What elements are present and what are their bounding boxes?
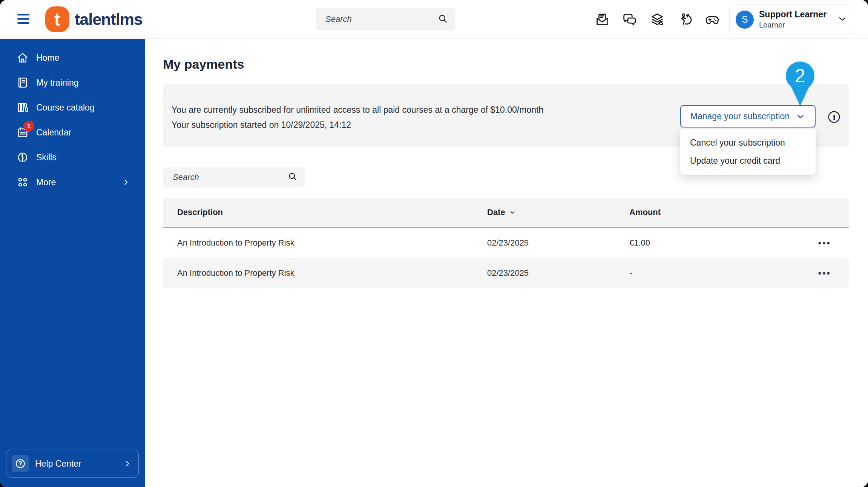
- sidebar-item-label: Calendar: [36, 128, 71, 138]
- row-menu-button[interactable]: •••: [818, 269, 835, 278]
- sidebar-item-label: My training: [36, 78, 78, 88]
- book-icon: [16, 76, 29, 89]
- global-search: [316, 8, 455, 31]
- help-center-button[interactable]: Help Center: [6, 450, 139, 478]
- hamburger-menu-icon[interactable]: [17, 14, 29, 24]
- menu-item-cancel-subscription[interactable]: Cancel your subscription: [680, 134, 816, 152]
- user-avatar: S: [736, 11, 754, 29]
- sidebar-item-more[interactable]: More: [0, 170, 145, 195]
- sidebar-item-label: Course catalog: [36, 103, 95, 113]
- notification-badge: 1: [23, 121, 34, 132]
- manage-subscription-menu: Cancel your subscription Update your cre…: [680, 129, 816, 175]
- chevron-right-icon: [122, 178, 130, 186]
- subscription-line2: Your subscription started on 10/29/2025,…: [172, 117, 543, 132]
- more-grid-icon: [16, 176, 29, 189]
- topbar: t talentlms: [0, 0, 868, 39]
- row-menu-button[interactable]: •••: [818, 238, 835, 247]
- info-icon[interactable]: i: [828, 111, 840, 123]
- column-header-amount: Amount: [629, 207, 793, 217]
- sidebar-item-home[interactable]: Home: [0, 45, 145, 70]
- sidebar-item-label: More: [36, 177, 56, 187]
- app-window: t talentlms: [0, 0, 868, 487]
- sidebar-item-label: Home: [36, 53, 59, 63]
- main-content: My payments You are currently subscribed…: [145, 39, 868, 487]
- annotation-number: 2: [795, 65, 805, 86]
- date-header-label: Date: [487, 207, 505, 217]
- sidebar-item-my-training[interactable]: My training: [0, 70, 145, 95]
- logo-mark-icon: t: [45, 6, 69, 32]
- user-menu[interactable]: S Support Learner Learner: [729, 5, 854, 34]
- chevron-right-icon: [123, 459, 132, 468]
- search-icon: [438, 14, 448, 25]
- svg-text:i: i: [833, 113, 835, 121]
- topbar-icons: [594, 12, 720, 27]
- sidebar-item-course-catalog[interactable]: Course catalog: [0, 95, 145, 120]
- cell-description: An Introduction to Property Risk: [177, 268, 487, 278]
- table-row: An Introduction to Property Risk 02/23/2…: [163, 258, 849, 288]
- subscription-text: You are currently subscribed for unlimit…: [172, 102, 543, 132]
- table-row: An Introduction to Property Risk 02/23/2…: [163, 228, 849, 258]
- subscription-line1: You are currently subscribed for unlimit…: [172, 102, 543, 117]
- menu-item-update-credit-card[interactable]: Update your credit card: [680, 152, 816, 170]
- column-header-description: Description: [177, 207, 487, 217]
- inbox-icon[interactable]: [594, 12, 610, 27]
- levels-badge-icon[interactable]: [649, 12, 665, 27]
- home-icon: [16, 51, 29, 64]
- payments-search: [163, 167, 305, 187]
- sidebar-item-skills[interactable]: Skills: [0, 145, 145, 170]
- cell-amount: €1.00: [629, 238, 793, 248]
- user-info: Support Learner Learner: [759, 9, 827, 30]
- cell-amount: -: [629, 268, 793, 278]
- payments-table: Description Date Amount An Introduction …: [163, 198, 849, 288]
- bookshelf-icon: [16, 101, 29, 114]
- logo[interactable]: t talentlms: [45, 6, 143, 32]
- activity-runner-icon[interactable]: [677, 12, 692, 27]
- manage-subscription-button[interactable]: Manage your subscription: [680, 105, 816, 128]
- help-icon: [12, 455, 29, 472]
- user-role: Learner: [759, 20, 827, 29]
- cell-date: 02/23/2025: [487, 268, 629, 278]
- sort-chevron-icon: [509, 209, 516, 216]
- brain-icon: [16, 151, 29, 164]
- cell-date: 02/23/2025: [487, 238, 629, 248]
- column-header-date[interactable]: Date: [487, 207, 629, 217]
- chevron-down-icon: [796, 112, 805, 121]
- sidebar-item-label: Skills: [36, 152, 57, 163]
- help-center-label: Help Center: [35, 459, 81, 469]
- sidebar-item-calendar[interactable]: 1 Calendar: [0, 120, 145, 145]
- chevron-down-icon: [837, 14, 848, 26]
- page-title: My payments: [163, 57, 244, 72]
- global-search-input[interactable]: [316, 14, 438, 24]
- logo-text: talentlms: [75, 10, 143, 29]
- user-name: Support Learner: [759, 9, 827, 20]
- table-header-row: Description Date Amount: [163, 198, 849, 228]
- discussions-icon[interactable]: [622, 12, 637, 27]
- manage-subscription-label: Manage your subscription: [690, 111, 790, 121]
- gamepad-icon[interactable]: [704, 12, 720, 27]
- cell-description: An Introduction to Property Risk: [177, 238, 487, 248]
- sidebar: Home My training Course: [0, 39, 145, 487]
- annotation-pin-2: 2: [786, 61, 814, 107]
- payments-search-input[interactable]: [163, 172, 288, 182]
- search-icon: [288, 172, 298, 183]
